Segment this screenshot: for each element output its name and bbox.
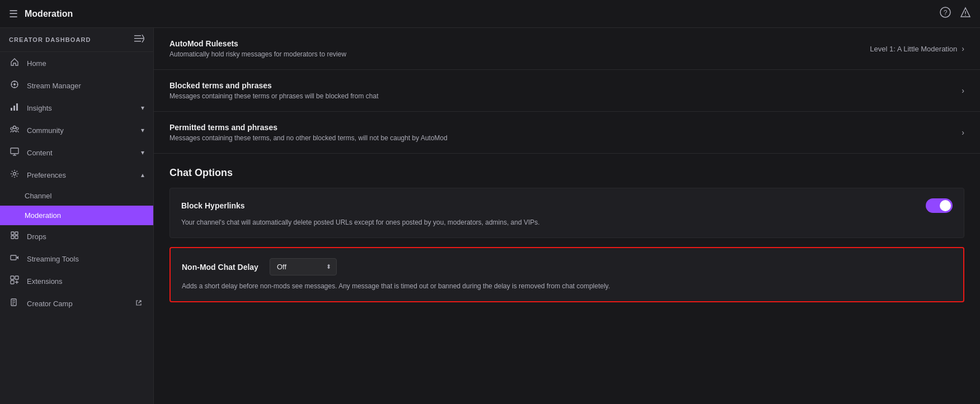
non-mod-delay-desc: Adds a short delay before non-mods see m… <box>182 281 952 291</box>
sidebar-item-preferences-label: Preferences <box>27 171 134 179</box>
automod-chevron-right: › <box>962 44 964 53</box>
block-hyperlinks-top: Block Hyperlinks <box>181 198 953 213</box>
sidebar-item-channel-label: Channel <box>25 192 144 200</box>
creator-camp-icon <box>9 298 20 309</box>
sidebar-item-stream-manager[interactable]: Stream Manager <box>0 74 153 97</box>
blocked-terms-row[interactable]: Blocked terms and phrases Messages conta… <box>154 70 980 112</box>
svg-point-23 <box>13 173 16 175</box>
sidebar-item-home-label: Home <box>27 59 144 68</box>
sidebar-item-preferences[interactable]: Preferences ▴ <box>0 164 153 186</box>
svg-text:?: ? <box>944 9 948 17</box>
permitted-right: › <box>962 128 964 137</box>
permitted-terms-row[interactable]: Permitted terms and phrases Messages con… <box>154 112 980 154</box>
sidebar-item-drops-label: Drops <box>27 232 144 241</box>
automod-desc: Automatically hold risky messages for mo… <box>169 50 346 58</box>
sidebar-item-streaming-tools-label: Streaming Tools <box>27 255 144 263</box>
sidebar-item-creator-camp[interactable]: Creator Camp <box>0 292 153 315</box>
non-mod-delay-select[interactable]: Off 2 seconds 4 seconds 6 seconds <box>270 258 337 275</box>
sidebar-item-creator-camp-label: Creator Camp <box>27 300 126 308</box>
svg-rect-16 <box>16 103 18 111</box>
svg-rect-27 <box>15 236 18 239</box>
chat-options-heading: Chat Options <box>154 154 980 188</box>
blocked-left: Blocked terms and phrases Messages conta… <box>169 81 379 100</box>
svg-rect-28 <box>11 255 16 260</box>
page-title: Moderation <box>25 9 940 19</box>
external-link-icon <box>133 300 144 307</box>
preferences-chevron: ▴ <box>141 171 144 179</box>
sidebar-item-drops[interactable]: Drops <box>0 225 153 248</box>
svg-rect-31 <box>15 276 18 279</box>
svg-rect-26 <box>11 236 14 239</box>
permitted-desc: Messages containing these terms, and no … <box>169 134 447 142</box>
sidebar-item-insights[interactable]: Insights ▾ <box>0 97 153 119</box>
svg-line-37 <box>139 301 142 303</box>
sidebar-item-stream-manager-label: Stream Manager <box>27 82 144 90</box>
streaming-tools-icon <box>9 253 20 264</box>
blocked-chevron-right: › <box>962 86 964 95</box>
menu-icon[interactable]: ☰ <box>9 8 18 20</box>
permitted-title: Permitted terms and phrases <box>169 123 447 132</box>
insights-chevron: ▾ <box>141 104 144 112</box>
automod-title: AutoMod Rulesets <box>169 39 346 48</box>
sidebar-item-streaming-tools[interactable]: Streaming Tools <box>0 248 153 270</box>
permitted-chevron-right: › <box>962 128 964 137</box>
non-mod-delay-top: Non-Mod Chat Delay Off 2 seconds 4 secon… <box>182 258 952 275</box>
sidebar-back-icon[interactable] <box>134 35 144 45</box>
svg-rect-30 <box>11 276 14 279</box>
svg-rect-25 <box>15 232 18 235</box>
svg-point-17 <box>13 126 16 129</box>
sidebar-item-home[interactable]: Home <box>0 52 153 74</box>
sidebar-item-content-label: Content <box>27 149 134 157</box>
drops-icon <box>9 231 20 242</box>
community-icon <box>9 125 20 136</box>
sidebar-item-community-label: Community <box>27 126 134 135</box>
topbar-actions: ? <box>940 7 971 21</box>
sidebar-item-insights-label: Insights <box>27 104 134 112</box>
svg-rect-7 <box>134 41 141 42</box>
sidebar-item-extensions-label: Extensions <box>27 277 144 286</box>
sidebar-header: CREATOR DASHBOARD <box>0 28 153 52</box>
community-chevron: ▾ <box>141 126 144 134</box>
sidebar-item-extensions[interactable]: Extensions <box>0 270 153 292</box>
sidebar: CREATOR DASHBOARD Home <box>0 28 154 404</box>
svg-point-18 <box>11 127 13 130</box>
sidebar-header-label: CREATOR DASHBOARD <box>9 36 91 43</box>
preferences-icon <box>9 169 20 180</box>
automod-rulesets-row[interactable]: AutoMod Rulesets Automatically hold risk… <box>154 28 980 70</box>
svg-point-19 <box>16 127 18 130</box>
svg-rect-5 <box>134 35 141 36</box>
blocked-desc: Messages containing these terms or phras… <box>169 92 379 100</box>
block-hyperlinks-label: Block Hyperlinks <box>181 201 245 210</box>
non-mod-delay-row: Non-Mod Chat Delay Off 2 seconds 4 secon… <box>169 247 964 302</box>
svg-rect-20 <box>11 148 18 154</box>
help-icon[interactable]: ? <box>940 7 951 21</box>
sidebar-item-content[interactable]: Content ▾ <box>0 141 153 164</box>
layout: CREATOR DASHBOARD Home <box>0 28 980 404</box>
notifications-icon[interactable] <box>960 7 971 21</box>
main-content: AutoMod Rulesets Automatically hold risk… <box>154 28 980 404</box>
non-mod-delay-label: Non-Mod Chat Delay <box>182 263 258 272</box>
delay-select-wrapper: Off 2 seconds 4 seconds 6 seconds ⬍ <box>270 258 337 275</box>
blocked-right: › <box>962 86 964 95</box>
svg-rect-6 <box>134 38 144 39</box>
block-hyperlinks-desc: Your channel's chat will automatically d… <box>181 217 953 227</box>
content-icon <box>9 147 20 158</box>
permitted-left: Permitted terms and phrases Messages con… <box>169 123 447 142</box>
topbar: ☰ Moderation ? <box>0 0 980 28</box>
sidebar-item-moderation-label: Moderation <box>25 211 144 220</box>
svg-rect-14 <box>11 108 12 111</box>
svg-point-4 <box>965 15 966 16</box>
automod-level: Level 1: A Little Moderation <box>870 45 957 53</box>
blocked-title: Blocked terms and phrases <box>169 81 379 90</box>
svg-rect-32 <box>11 281 14 284</box>
block-hyperlinks-slider <box>926 198 953 213</box>
block-hyperlinks-toggle[interactable] <box>926 198 953 213</box>
block-hyperlinks-row: Block Hyperlinks Your channel's chat wil… <box>169 188 964 238</box>
home-icon <box>9 58 20 69</box>
sidebar-item-community[interactable]: Community ▾ <box>0 119 153 141</box>
stream-manager-icon <box>9 80 20 91</box>
extensions-icon <box>9 275 20 287</box>
automod-left: AutoMod Rulesets Automatically hold risk… <box>169 39 346 58</box>
sidebar-item-channel[interactable]: Channel <box>0 186 153 206</box>
sidebar-item-moderation[interactable]: Moderation <box>0 206 153 225</box>
